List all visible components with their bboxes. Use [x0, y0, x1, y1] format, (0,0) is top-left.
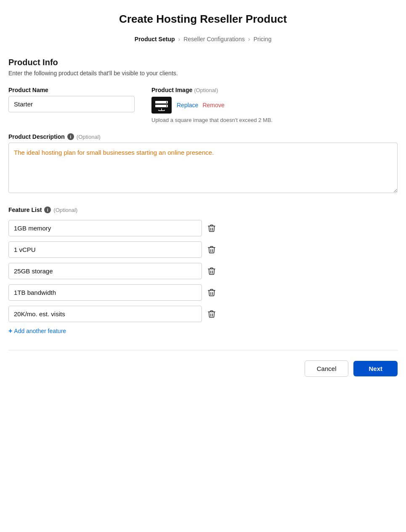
remove-image-button[interactable]: Remove — [202, 102, 224, 109]
product-description-section: Product Description i (Optional) The ide… — [8, 133, 398, 195]
add-feature-button[interactable]: + Add another feature — [8, 327, 66, 335]
trash-icon — [208, 224, 215, 233]
product-name-group: Product Name — [8, 87, 135, 112]
step-reseller-config[interactable]: Reseller Configurations — [183, 36, 245, 42]
feature-input-3[interactable] — [8, 284, 202, 301]
product-name-image-row: Product Name Product Image (Optional) — [8, 87, 398, 123]
product-image-label: Product Image (Optional) — [151, 87, 398, 93]
cancel-button[interactable]: Cancel — [305, 360, 349, 377]
feature-item — [8, 241, 398, 258]
product-image-row: Replace Remove — [151, 97, 398, 114]
feature-item — [8, 284, 398, 301]
chevron-icon-1: › — [178, 36, 180, 42]
feature-input-4[interactable] — [8, 306, 202, 322]
stepper: Product Setup › Reseller Configurations … — [8, 36, 398, 42]
product-image-thumbnail — [151, 97, 172, 114]
svg-rect-0 — [155, 101, 168, 103]
product-name-label: Product Name — [8, 87, 135, 93]
next-button[interactable]: Next — [353, 361, 398, 376]
delete-feature-button-0[interactable] — [206, 222, 217, 234]
product-info-section: Product Info Enter the following product… — [8, 58, 398, 335]
svg-rect-1 — [155, 105, 168, 107]
trash-icon — [208, 246, 215, 254]
replace-image-button[interactable]: Replace — [177, 102, 198, 109]
plus-icon: + — [8, 327, 12, 335]
product-name-input[interactable] — [8, 96, 135, 112]
section-subtitle: Enter the following product details that… — [8, 70, 398, 77]
svg-rect-3 — [166, 106, 167, 107]
section-title: Product Info — [8, 58, 398, 67]
delete-feature-button-3[interactable] — [206, 287, 217, 299]
desc-label-row: Product Description i (Optional) — [8, 133, 398, 140]
product-desc-textarea[interactable]: The ideal hosting plan for small busines… — [8, 143, 398, 193]
upload-hint: Upload a square image that doesn't excee… — [151, 117, 398, 123]
feature-list-label: Feature List — [8, 206, 42, 213]
product-desc-optional: (Optional) — [77, 134, 101, 140]
network-icon — [154, 99, 169, 111]
trash-icon — [208, 267, 215, 275]
info-icon[interactable]: i — [67, 133, 74, 140]
delete-feature-button-2[interactable] — [206, 265, 217, 277]
feature-list-optional: (Optional) — [53, 207, 77, 213]
feature-label-row: Feature List i (Optional) — [8, 206, 398, 213]
feature-item — [8, 220, 398, 236]
feature-input-2[interactable] — [8, 263, 202, 279]
product-image-group: Product Image (Optional) — [151, 87, 398, 123]
feature-input-1[interactable] — [8, 241, 202, 258]
delete-feature-button-1[interactable] — [206, 244, 217, 256]
product-image-actions: Replace Remove — [177, 102, 225, 109]
feature-item — [8, 306, 398, 322]
page-title: Create Hosting Reseller Product — [8, 13, 398, 26]
chevron-icon-2: › — [248, 36, 250, 42]
feature-list-section: Feature List i (Optional) + Add another … — [8, 206, 398, 335]
feature-info-icon[interactable]: i — [44, 206, 51, 213]
footer-divider — [8, 350, 398, 350]
trash-icon — [208, 288, 215, 297]
footer-actions: Cancel Next — [8, 360, 398, 390]
add-feature-label: Add another feature — [14, 328, 66, 334]
step-product-setup[interactable]: Product Setup — [135, 36, 175, 42]
svg-rect-2 — [166, 102, 167, 103]
feature-item — [8, 263, 398, 279]
feature-input-0[interactable] — [8, 220, 202, 236]
step-pricing[interactable]: Pricing — [253, 36, 271, 42]
trash-icon — [208, 310, 215, 318]
delete-feature-button-4[interactable] — [206, 308, 217, 320]
product-desc-label: Product Description — [8, 133, 65, 140]
feature-items — [8, 220, 398, 322]
